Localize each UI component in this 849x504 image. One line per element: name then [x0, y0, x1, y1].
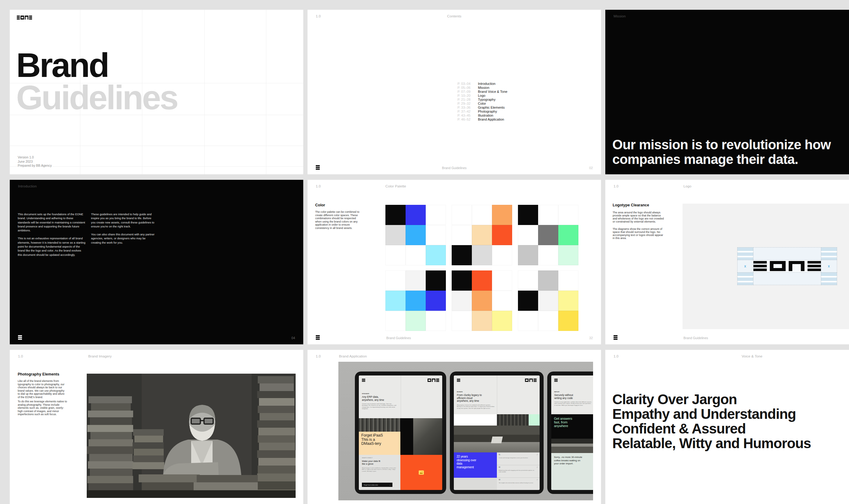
slide-introduction[interactable]: Introduction This document sets up the f…	[10, 180, 303, 344]
eone-mark-icon	[362, 379, 365, 382]
palette-swatch	[426, 245, 446, 265]
palette-swatch	[518, 205, 538, 225]
book-stack-right	[257, 376, 296, 498]
contents-item: P. 05–06Mission	[458, 86, 507, 90]
tablet1-tag: INTEGRATE	[362, 393, 369, 394]
palette-swatch	[452, 205, 472, 225]
palette-grid	[385, 205, 446, 265]
city-photo-strip	[359, 418, 400, 432]
section-body: The diagrams show the correct amount of …	[613, 228, 664, 240]
palette-swatch	[492, 270, 512, 291]
grid-line	[204, 10, 205, 174]
palette-swatch	[472, 291, 492, 311]
tablet2-list-item: 03✓Get insights into external data sourc…	[497, 478, 540, 490]
slide-color-palette[interactable]: 1.0 Color Palette Color The color palett…	[307, 180, 601, 344]
tablet3-feature-block: Get answers fast, from anywhere	[551, 414, 593, 439]
palette-swatch	[558, 205, 579, 225]
palette-swatch	[406, 270, 426, 291]
eone-mark-icon	[457, 379, 460, 382]
orange-block	[400, 455, 442, 490]
slide-brand-application[interactable]: 1.0 Brand Application INTEGRATE Any ERP …	[307, 350, 601, 504]
slide-photography[interactable]: 1.0 Brand Imagery Photography Elements L…	[10, 350, 303, 504]
clearance-x-marker: x	[821, 260, 837, 273]
slide-voice-tone[interactable]: 1.0 Voice & Tone Clarity Over Jargon Emp…	[605, 350, 849, 504]
one-logo	[427, 379, 439, 382]
palette-swatch	[492, 291, 512, 311]
palette-swatch	[385, 245, 406, 265]
tablet1-cta-button: Forget how to data enter →	[362, 483, 392, 487]
clearance-corner	[737, 247, 754, 260]
tablet1-cta-block: SMARTCONNECT Make your data fit like a g…	[359, 455, 400, 490]
black-block	[400, 418, 413, 455]
contents-item: P. 37–42Photography	[458, 110, 507, 113]
palette-swatch	[558, 225, 579, 245]
tablet2-body: Stop paying a fortune for outdated and i…	[457, 404, 495, 409]
palette-swatch	[452, 311, 472, 331]
cover-meta: Version 1.0 June 2023 Prepared by BB Age…	[18, 156, 52, 168]
tablet3-caption-block: Sorry...no more 30-minute coffee breaks …	[551, 453, 593, 490]
palette-swatch	[406, 291, 426, 311]
palette-grid	[452, 270, 512, 331]
palette-swatch	[452, 270, 472, 291]
color-palette-grids	[385, 205, 579, 331]
slide-logotype-clearance[interactable]: 1.0 Logo Logotype Clearance The area aro…	[605, 180, 849, 344]
palette-swatch	[472, 245, 492, 265]
tablet2-tag: MIGRATE	[457, 391, 463, 393]
palette-swatch	[518, 225, 538, 245]
tablet1-tag2: SMARTCONNECT	[362, 457, 373, 458]
header-version: 1.0	[316, 14, 321, 18]
palette-swatch	[406, 225, 426, 245]
eone-mark-icon	[554, 379, 558, 382]
palette-swatch	[406, 245, 426, 265]
footer-title: Brand Guidelines	[386, 336, 411, 340]
palette-swatch	[426, 270, 446, 291]
contents-item: P. 46–52Brand Application	[458, 118, 507, 122]
grid-line	[266, 10, 266, 174]
section-body: The area around the logo should always p…	[613, 211, 664, 223]
slide-mission[interactable]: Mission Our mission is to revolutionize …	[605, 10, 849, 174]
palette-swatch	[538, 205, 558, 225]
tablet2-feature-block: 22 years obsessing over data management	[454, 452, 497, 478]
cover-title-line2: Guidelines	[16, 80, 177, 115]
contents-list: P. 03–04IntroductionP. 05–06MissionP. 07…	[458, 82, 507, 122]
slide-cover[interactable]: Brand Guidelines Version 1.0 June 2023 P…	[10, 10, 303, 174]
header-version: 1.0	[18, 355, 23, 358]
palette-swatch	[452, 291, 472, 311]
palette-swatch	[492, 245, 512, 265]
header-version: 1.0	[614, 184, 618, 188]
one-logo	[525, 379, 536, 382]
eone-logo	[17, 16, 32, 20]
cover-title-line1: Brand	[16, 48, 108, 83]
slide-contents[interactable]: 1.0 Contents P. 03–04IntroductionP. 05–0…	[307, 10, 601, 174]
mission-statement: Our mission is to revolutionize how comp…	[612, 137, 831, 166]
palette-swatch	[558, 270, 579, 291]
palette-swatch	[538, 311, 558, 331]
eone-mark-icon	[316, 165, 320, 170]
clearance-corner	[737, 272, 754, 285]
check-icon: ✓	[536, 466, 538, 468]
palette-swatch	[472, 270, 492, 291]
clearance-panel: x x	[683, 204, 849, 329]
intro-paragraph: This is not an exhaustive representation…	[18, 237, 86, 257]
slide-grid-canvas: Brand Guidelines Version 1.0 June 2023 P…	[0, 0, 849, 504]
grid-line	[10, 166, 303, 167]
eone-mark-icon	[614, 335, 618, 340]
section-title: Photography Elements	[18, 372, 59, 376]
header-label: Logo	[684, 184, 691, 188]
palette-swatch	[385, 205, 406, 225]
palette-swatch	[558, 245, 579, 265]
footer-title: Brand Guidelines	[442, 166, 467, 170]
tablet2-list-item: 02✓Embed any data with engaging and clea…	[497, 465, 540, 478]
tablet2-hero: MIGRATE From clunky legacy to efficient …	[454, 376, 540, 414]
tablet2-list-item: 01✓Create and manage integrations across…	[497, 452, 540, 465]
eone-mark-icon	[316, 335, 320, 340]
section-title: Color	[315, 203, 325, 207]
desk-photo	[454, 426, 540, 452]
header-version: 1.0	[316, 355, 321, 358]
section-body: The color palette can be combined to cre…	[315, 210, 361, 230]
clearance-cell	[753, 272, 821, 285]
check-icon: ✓	[536, 454, 538, 455]
section-body: To do this we leverage elements native t…	[18, 400, 67, 416]
section-body: Like all of the brand elements from typo…	[18, 379, 67, 399]
contents-item: P. 10–20Logo	[458, 94, 507, 98]
